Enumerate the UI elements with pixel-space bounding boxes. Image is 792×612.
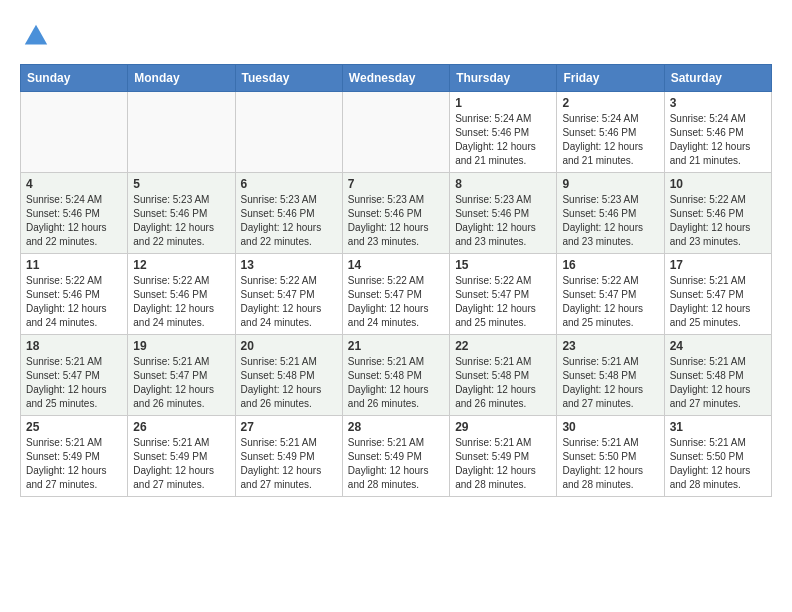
header [20,20,772,54]
day-info: Sunrise: 5:22 AMSunset: 5:47 PMDaylight:… [348,274,444,330]
calendar-cell: 27Sunrise: 5:21 AMSunset: 5:49 PMDayligh… [235,416,342,497]
day-number: 10 [670,177,766,191]
calendar-cell: 23Sunrise: 5:21 AMSunset: 5:48 PMDayligh… [557,335,664,416]
day-info: Sunrise: 5:21 AMSunset: 5:48 PMDaylight:… [562,355,658,411]
calendar-cell: 4Sunrise: 5:24 AMSunset: 5:46 PMDaylight… [21,173,128,254]
day-info: Sunrise: 5:23 AMSunset: 5:46 PMDaylight:… [455,193,551,249]
day-number: 21 [348,339,444,353]
day-info: Sunrise: 5:22 AMSunset: 5:46 PMDaylight:… [26,274,122,330]
calendar-cell [21,92,128,173]
calendar-header-monday: Monday [128,65,235,92]
calendar-cell: 1Sunrise: 5:24 AMSunset: 5:46 PMDaylight… [450,92,557,173]
calendar-cell: 31Sunrise: 5:21 AMSunset: 5:50 PMDayligh… [664,416,771,497]
calendar-week-row: 11Sunrise: 5:22 AMSunset: 5:46 PMDayligh… [21,254,772,335]
day-number: 4 [26,177,122,191]
calendar-cell: 19Sunrise: 5:21 AMSunset: 5:47 PMDayligh… [128,335,235,416]
day-info: Sunrise: 5:21 AMSunset: 5:49 PMDaylight:… [26,436,122,492]
day-number: 18 [26,339,122,353]
calendar-cell [128,92,235,173]
calendar-week-row: 25Sunrise: 5:21 AMSunset: 5:49 PMDayligh… [21,416,772,497]
day-number: 15 [455,258,551,272]
day-info: Sunrise: 5:23 AMSunset: 5:46 PMDaylight:… [562,193,658,249]
day-info: Sunrise: 5:21 AMSunset: 5:48 PMDaylight:… [455,355,551,411]
calendar-cell [342,92,449,173]
calendar-week-row: 4Sunrise: 5:24 AMSunset: 5:46 PMDaylight… [21,173,772,254]
calendar-cell: 30Sunrise: 5:21 AMSunset: 5:50 PMDayligh… [557,416,664,497]
day-number: 9 [562,177,658,191]
calendar-cell: 10Sunrise: 5:22 AMSunset: 5:46 PMDayligh… [664,173,771,254]
calendar-header-sunday: Sunday [21,65,128,92]
day-info: Sunrise: 5:23 AMSunset: 5:46 PMDaylight:… [133,193,229,249]
calendar-header-saturday: Saturday [664,65,771,92]
day-info: Sunrise: 5:24 AMSunset: 5:46 PMDaylight:… [670,112,766,168]
day-info: Sunrise: 5:24 AMSunset: 5:46 PMDaylight:… [562,112,658,168]
calendar-table: SundayMondayTuesdayWednesdayThursdayFrid… [20,64,772,497]
day-info: Sunrise: 5:21 AMSunset: 5:49 PMDaylight:… [133,436,229,492]
logo [20,20,54,54]
day-number: 29 [455,420,551,434]
day-info: Sunrise: 5:21 AMSunset: 5:47 PMDaylight:… [133,355,229,411]
day-number: 14 [348,258,444,272]
calendar-header-friday: Friday [557,65,664,92]
calendar-cell: 16Sunrise: 5:22 AMSunset: 5:47 PMDayligh… [557,254,664,335]
day-number: 8 [455,177,551,191]
calendar-cell: 12Sunrise: 5:22 AMSunset: 5:46 PMDayligh… [128,254,235,335]
calendar-cell: 29Sunrise: 5:21 AMSunset: 5:49 PMDayligh… [450,416,557,497]
svg-marker-0 [25,25,47,45]
day-info: Sunrise: 5:21 AMSunset: 5:48 PMDaylight:… [348,355,444,411]
calendar-cell: 9Sunrise: 5:23 AMSunset: 5:46 PMDaylight… [557,173,664,254]
calendar-cell: 24Sunrise: 5:21 AMSunset: 5:48 PMDayligh… [664,335,771,416]
logo-icon [22,22,50,50]
day-number: 17 [670,258,766,272]
day-number: 22 [455,339,551,353]
day-number: 7 [348,177,444,191]
day-number: 25 [26,420,122,434]
day-info: Sunrise: 5:22 AMSunset: 5:47 PMDaylight:… [241,274,337,330]
calendar-cell: 17Sunrise: 5:21 AMSunset: 5:47 PMDayligh… [664,254,771,335]
calendar-cell: 18Sunrise: 5:21 AMSunset: 5:47 PMDayligh… [21,335,128,416]
day-number: 11 [26,258,122,272]
day-info: Sunrise: 5:21 AMSunset: 5:50 PMDaylight:… [562,436,658,492]
calendar-cell: 13Sunrise: 5:22 AMSunset: 5:47 PMDayligh… [235,254,342,335]
calendar-cell: 8Sunrise: 5:23 AMSunset: 5:46 PMDaylight… [450,173,557,254]
day-number: 31 [670,420,766,434]
day-number: 28 [348,420,444,434]
calendar-cell: 11Sunrise: 5:22 AMSunset: 5:46 PMDayligh… [21,254,128,335]
day-info: Sunrise: 5:24 AMSunset: 5:46 PMDaylight:… [455,112,551,168]
calendar-header-row: SundayMondayTuesdayWednesdayThursdayFrid… [21,65,772,92]
calendar-cell [235,92,342,173]
calendar-cell: 7Sunrise: 5:23 AMSunset: 5:46 PMDaylight… [342,173,449,254]
day-info: Sunrise: 5:22 AMSunset: 5:46 PMDaylight:… [670,193,766,249]
calendar-cell: 3Sunrise: 5:24 AMSunset: 5:46 PMDaylight… [664,92,771,173]
day-number: 1 [455,96,551,110]
calendar-cell: 26Sunrise: 5:21 AMSunset: 5:49 PMDayligh… [128,416,235,497]
day-info: Sunrise: 5:23 AMSunset: 5:46 PMDaylight:… [241,193,337,249]
calendar-cell: 2Sunrise: 5:24 AMSunset: 5:46 PMDaylight… [557,92,664,173]
calendar-cell: 6Sunrise: 5:23 AMSunset: 5:46 PMDaylight… [235,173,342,254]
day-number: 16 [562,258,658,272]
day-info: Sunrise: 5:21 AMSunset: 5:49 PMDaylight:… [455,436,551,492]
day-number: 24 [670,339,766,353]
day-info: Sunrise: 5:21 AMSunset: 5:47 PMDaylight:… [670,274,766,330]
calendar-cell: 15Sunrise: 5:22 AMSunset: 5:47 PMDayligh… [450,254,557,335]
calendar-cell: 28Sunrise: 5:21 AMSunset: 5:49 PMDayligh… [342,416,449,497]
day-info: Sunrise: 5:21 AMSunset: 5:50 PMDaylight:… [670,436,766,492]
day-number: 13 [241,258,337,272]
page: SundayMondayTuesdayWednesdayThursdayFrid… [0,0,792,507]
day-info: Sunrise: 5:24 AMSunset: 5:46 PMDaylight:… [26,193,122,249]
day-number: 2 [562,96,658,110]
calendar-cell: 21Sunrise: 5:21 AMSunset: 5:48 PMDayligh… [342,335,449,416]
day-info: Sunrise: 5:21 AMSunset: 5:49 PMDaylight:… [348,436,444,492]
calendar-header-wednesday: Wednesday [342,65,449,92]
calendar-week-row: 18Sunrise: 5:21 AMSunset: 5:47 PMDayligh… [21,335,772,416]
calendar-cell: 20Sunrise: 5:21 AMSunset: 5:48 PMDayligh… [235,335,342,416]
day-number: 5 [133,177,229,191]
day-info: Sunrise: 5:21 AMSunset: 5:49 PMDaylight:… [241,436,337,492]
day-info: Sunrise: 5:23 AMSunset: 5:46 PMDaylight:… [348,193,444,249]
calendar-cell: 14Sunrise: 5:22 AMSunset: 5:47 PMDayligh… [342,254,449,335]
calendar-header-thursday: Thursday [450,65,557,92]
calendar-header-tuesday: Tuesday [235,65,342,92]
day-number: 6 [241,177,337,191]
calendar-cell: 25Sunrise: 5:21 AMSunset: 5:49 PMDayligh… [21,416,128,497]
day-info: Sunrise: 5:22 AMSunset: 5:47 PMDaylight:… [562,274,658,330]
